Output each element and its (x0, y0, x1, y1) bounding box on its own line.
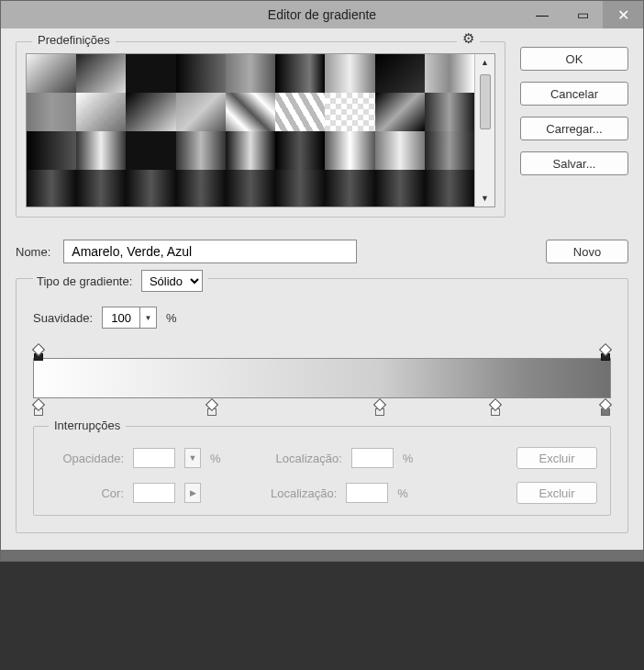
presets-group: ▲ ▼ (16, 41, 505, 218)
preset-swatch[interactable] (76, 93, 126, 131)
color-location-input[interactable] (346, 483, 388, 503)
percent-label: % (210, 452, 221, 465)
presets-label: Predefinições (32, 33, 116, 47)
scroll-thumb[interactable] (480, 74, 491, 129)
location-label: Localização: (271, 486, 337, 500)
opacity-stop[interactable] (33, 343, 44, 356)
window-controls: — ▭ ✕ (522, 1, 643, 28)
chevron-down-icon[interactable]: ▼ (139, 307, 156, 328)
gradient-name-input[interactable] (63, 240, 357, 263)
preset-swatch[interactable] (375, 54, 425, 93)
preset-swatch[interactable] (425, 54, 474, 93)
stops-group: Interrupções Opacidade: ▼ % Localização:… (33, 426, 611, 516)
preset-swatch[interactable] (425, 131, 474, 170)
preset-swatch[interactable] (76, 170, 126, 207)
smoothness-field[interactable] (103, 307, 139, 328)
location-label: Localização: (276, 452, 342, 465)
minimize-button[interactable]: — (522, 1, 562, 28)
preset-grid (27, 54, 474, 207)
presets-menu-button[interactable]: ⚙ (457, 30, 480, 47)
preset-swatch[interactable] (226, 93, 275, 131)
cancel-button[interactable]: Cancelar (520, 82, 628, 106)
preset-swatch[interactable] (375, 170, 425, 207)
preset-swatch[interactable] (176, 93, 226, 131)
dialog-body: Predefinições ⚙ (1, 28, 643, 550)
gear-icon: ⚙ (462, 30, 474, 46)
preset-swatch[interactable] (27, 131, 76, 170)
opacity-location-input[interactable] (351, 448, 394, 468)
preset-swatch[interactable] (76, 131, 126, 170)
preset-swatch[interactable] (275, 170, 325, 207)
preset-swatch[interactable] (27, 93, 76, 131)
preset-swatch[interactable] (425, 170, 474, 207)
preset-scrollbar[interactable]: ▲ ▼ (474, 54, 494, 207)
delete-opacity-stop-button[interactable]: Excluir (516, 447, 597, 469)
preset-swatch[interactable] (126, 54, 175, 93)
preset-swatch[interactable] (27, 170, 76, 207)
name-label: Nome: (16, 245, 50, 259)
preset-swatch[interactable] (275, 93, 325, 131)
preset-swatch[interactable] (226, 170, 275, 207)
percent-label: % (397, 486, 408, 500)
smoothness-label: Suavidade: (33, 311, 93, 325)
preset-swatch[interactable] (176, 131, 226, 170)
gradient-preview-bar[interactable] (33, 358, 611, 398)
preset-swatch[interactable] (325, 131, 374, 170)
preset-swatch[interactable] (176, 54, 226, 93)
opacity-stop[interactable] (600, 343, 611, 356)
save-button[interactable]: Salvar... (520, 151, 628, 175)
preset-swatch[interactable] (375, 131, 425, 170)
close-button[interactable]: ✕ (603, 1, 643, 28)
name-row: Nome: Novo (16, 240, 628, 263)
color-row: Cor: ▶ Localização: % Excluir (47, 482, 597, 504)
color-swatch-input[interactable] (133, 483, 175, 503)
gradient-editor-window: Editor de gradiente — ▭ ✕ Predefinições … (0, 0, 644, 562)
scroll-up-icon[interactable]: ▲ (481, 58, 489, 67)
preset-swatch[interactable] (275, 54, 325, 93)
percent-label: % (403, 452, 414, 465)
chevron-down-icon[interactable]: ▼ (184, 448, 201, 468)
preset-swatch[interactable] (375, 93, 425, 131)
preset-swatch[interactable] (275, 131, 325, 170)
preset-swatch[interactable] (126, 93, 175, 131)
opacity-row: Opacidade: ▼ % Localização: % Excluir (47, 447, 597, 469)
color-stop[interactable] (490, 400, 501, 413)
preset-swatch[interactable] (126, 131, 175, 170)
preset-swatch[interactable] (226, 54, 275, 93)
ok-button[interactable]: OK (520, 47, 628, 71)
color-stop[interactable] (374, 400, 385, 413)
new-button[interactable]: Novo (546, 240, 628, 263)
preset-swatch[interactable] (325, 54, 374, 93)
preset-swatch[interactable] (76, 54, 126, 93)
load-button[interactable]: Carregar... (520, 117, 628, 140)
opacity-stops (33, 343, 611, 358)
preset-swatch[interactable] (176, 170, 226, 207)
preset-swatch[interactable] (325, 170, 374, 207)
percent-label: % (166, 311, 177, 325)
gradient-bar-editor (33, 343, 611, 413)
preset-swatch[interactable] (126, 170, 175, 207)
preset-swatch-area: ▲ ▼ (26, 53, 495, 207)
titlebar: Editor de gradiente — ▭ ✕ (1, 1, 643, 28)
preset-swatch[interactable] (325, 93, 374, 131)
preset-swatch[interactable] (27, 54, 76, 93)
color-stop[interactable] (206, 400, 217, 413)
delete-color-stop-button[interactable]: Excluir (516, 482, 597, 504)
color-stops (33, 398, 611, 413)
preset-swatch[interactable] (425, 93, 474, 131)
smoothness-input[interactable]: ▼ (102, 307, 157, 329)
dialog-buttons: OK Cancelar Carregar... Salvar... (520, 41, 628, 218)
maximize-button[interactable]: ▭ (562, 1, 603, 28)
color-stop[interactable] (600, 400, 611, 413)
scroll-down-icon[interactable]: ▼ (481, 194, 489, 203)
opacity-label: Opacidade: (47, 452, 124, 465)
gradient-type-label: Tipo de gradiente: (37, 274, 132, 288)
window-footer (1, 550, 643, 561)
preset-swatch[interactable] (226, 131, 275, 170)
color-label: Cor: (47, 486, 124, 500)
gradient-type-select[interactable]: Sólido (141, 270, 203, 292)
color-stop[interactable] (33, 400, 44, 413)
chevron-right-icon[interactable]: ▶ (184, 483, 201, 503)
stops-group-label: Interrupções (49, 419, 126, 432)
opacity-input[interactable] (133, 448, 175, 468)
